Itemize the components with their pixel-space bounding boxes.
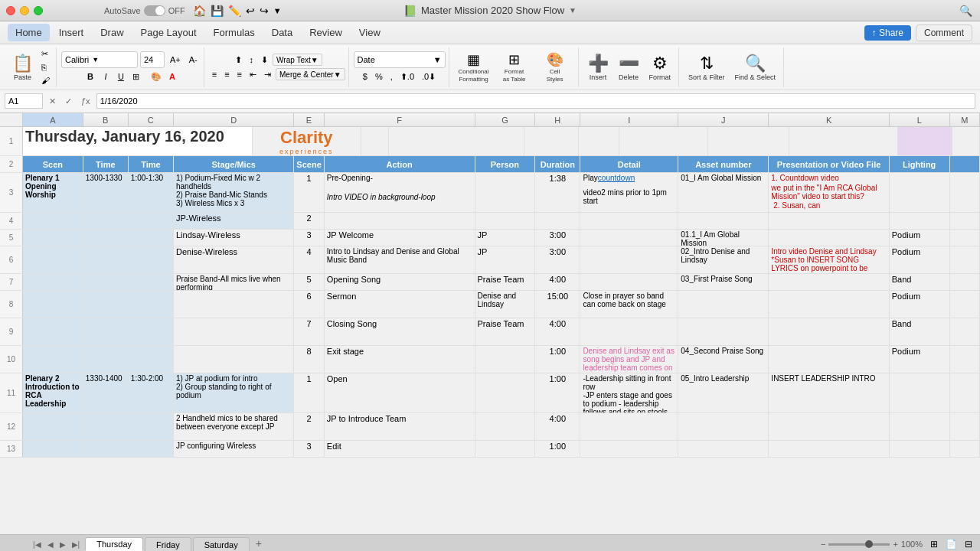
add-sheet-button[interactable]: +	[251, 537, 266, 551]
asset-cell[interactable]: 02_Intro Denise and Lindsay	[678, 246, 769, 273]
header-extra[interactable]	[950, 156, 980, 172]
scene-num-cell[interactable]: 2	[294, 213, 324, 229]
autosave-toggle[interactable]	[144, 5, 165, 16]
logo-cell[interactable]: Clarity experiences	[253, 127, 361, 155]
title-cell[interactable]: Thursday, January 16, 2020	[23, 127, 253, 155]
person-cell[interactable]: Denise and Lindsay	[475, 291, 536, 318]
prev-sheet-button[interactable]: ◀	[45, 540, 56, 549]
menu-insert[interactable]: Insert	[51, 24, 92, 41]
underline-button[interactable]: U	[114, 70, 128, 83]
edit-icon[interactable]: ✏️	[228, 5, 241, 17]
lighting-cell[interactable]	[890, 173, 950, 212]
comma-button[interactable]: ,	[387, 70, 396, 83]
plenary-1-cell[interactable]: Plenary 1 Opening Worship	[23, 173, 83, 212]
detail-cell[interactable]: -Leadership sitting in front row -JP ent…	[580, 373, 678, 412]
col-header-c[interactable]: C	[129, 113, 174, 126]
find-select-button[interactable]: 🔍 Find & Select	[730, 52, 781, 83]
zoom-slider[interactable]	[828, 543, 890, 546]
currency-button[interactable]: $	[360, 70, 371, 83]
duration-cell[interactable]: 3:00	[535, 230, 580, 246]
col-header-g[interactable]: G	[475, 113, 536, 126]
align-right-button[interactable]: ≡	[234, 68, 245, 80]
header-stage-mics[interactable]: Stage/Mics	[174, 156, 294, 172]
duration-cell[interactable]: 1:00	[535, 346, 580, 373]
col-header-k[interactable]: K	[769, 113, 889, 126]
header-presentation[interactable]: Presentation or Video File	[769, 156, 889, 172]
detail-cell[interactable]: Close in prayer so band can come back on…	[580, 291, 678, 318]
header-action[interactable]: Action	[325, 156, 475, 172]
detail-cell[interactable]: Denise and Lindsay exit as song begins a…	[580, 346, 678, 373]
formula-input[interactable]: 1/16/2020	[96, 93, 975, 109]
asset-cell[interactable]: 05_Intro Leadership	[678, 373, 769, 412]
home-icon[interactable]: 🏠	[193, 5, 206, 17]
align-middle-button[interactable]: ↕	[247, 54, 257, 66]
number-format-dropdown[interactable]: Date ▼	[354, 51, 446, 68]
person-cell[interactable]: Praise Team	[475, 318, 536, 345]
scene-num-cell[interactable]: 6	[294, 291, 324, 318]
header-duration[interactable]: Duration	[535, 156, 580, 172]
cut-button[interactable]: ✂	[38, 48, 53, 60]
asset-cell[interactable]: 03_First Praise Song	[678, 274, 769, 290]
align-center-button[interactable]: ≡	[221, 68, 232, 80]
sort-filter-button[interactable]: ⇅ Sort & Filter	[684, 52, 730, 83]
duration-cell[interactable]: 1:00	[535, 373, 580, 412]
header-time1[interactable]: Time	[83, 156, 129, 172]
action-cell[interactable]: Open	[325, 373, 475, 412]
lighting-cell[interactable]: Band	[890, 318, 950, 345]
align-bottom-button[interactable]: ⬇	[258, 54, 271, 66]
duration-cell[interactable]: 4:00	[535, 413, 580, 440]
font-name-dropdown[interactable]: Calibri ▼	[61, 51, 138, 68]
zoom-out-icon[interactable]: −	[821, 540, 825, 549]
lighting-cell[interactable]: Podium	[890, 346, 950, 373]
fill-color-button[interactable]: 🎨	[148, 70, 165, 83]
asset-cell[interactable]: 01_I Am Global Mission	[678, 173, 769, 212]
dec-inc-button[interactable]: ⬆.0	[397, 70, 417, 83]
duration-cell[interactable]: 1:38	[535, 173, 580, 212]
scene-num-cell[interactable]: 5	[294, 274, 324, 290]
person-cell[interactable]: JP	[475, 230, 536, 246]
presentation-cell[interactable]: Intro video Denise and Lindsay*Susan to …	[769, 246, 889, 273]
stage-mics-cell[interactable]: Lindsay-Wireless	[174, 230, 294, 246]
scene-num-cell[interactable]: 8	[294, 346, 324, 373]
col-header-l[interactable]: L	[890, 113, 950, 126]
borders-button[interactable]: ⊞	[129, 70, 146, 83]
stage-mics-cell[interactable]: Denise-Wireless	[174, 246, 294, 273]
conditional-formatting-button[interactable]: ▦ Conditional Formatting	[454, 50, 494, 84]
indent-dec-button[interactable]: ⇤	[247, 68, 260, 80]
scene-num-cell[interactable]: 3	[294, 230, 324, 246]
percent-button[interactable]: %	[372, 70, 386, 83]
menu-draw[interactable]: Draw	[93, 24, 131, 41]
person-cell[interactable]: Praise Team	[475, 274, 536, 290]
close-button[interactable]	[6, 6, 15, 15]
menu-view[interactable]: View	[351, 24, 388, 41]
col-header-m[interactable]: M	[950, 113, 980, 126]
time1-cell[interactable]: 1300-1330	[83, 173, 129, 212]
last-sheet-button[interactable]: ▶|	[70, 540, 83, 549]
page-break-view-icon[interactable]: ⊟	[965, 539, 972, 549]
action-cell[interactable]: Opening Song	[325, 274, 475, 290]
paste-button[interactable]: 📋 Paste	[8, 52, 38, 83]
normal-view-icon[interactable]: ⊞	[930, 539, 938, 549]
time1-cell[interactable]: 1330-1400	[83, 373, 129, 412]
scene-num-cell[interactable]: 7	[294, 318, 324, 345]
cell-styles-button[interactable]: 🎨 Cell Styles	[535, 50, 575, 84]
person-cell[interactable]	[475, 173, 536, 212]
asset-cell[interactable]: 04_Second Praise Song	[678, 346, 769, 373]
menu-page-layout[interactable]: Page Layout	[133, 24, 204, 41]
zoom-in-icon[interactable]: +	[893, 540, 897, 549]
col-header-b[interactable]: B	[83, 113, 129, 126]
scene-num-cell[interactable]: 1	[294, 373, 324, 412]
duration-cell[interactable]: 4:00	[535, 318, 580, 345]
action-cell[interactable]: Edit	[325, 441, 475, 457]
font-size-input[interactable]: 24	[140, 51, 165, 68]
action-cell[interactable]: Pre-Opening-Intro VIDEO in background-lo…	[325, 173, 475, 212]
redo-icon[interactable]: ↪	[260, 5, 269, 17]
comment-button[interactable]: Comment	[916, 24, 972, 41]
action-cell[interactable]: Intro to Lindsay and Denise and Global M…	[325, 246, 475, 273]
time2-cell[interactable]: 1:30-2:00	[129, 373, 174, 412]
stage-mics-cell[interactable]: 1) JP at podium for intro 2) Group stand…	[174, 373, 294, 412]
header-person[interactable]: Person	[475, 156, 536, 172]
header-asset[interactable]: Asset number	[678, 156, 769, 172]
share-button[interactable]: ↑ Share	[864, 25, 911, 41]
stage-mics-cell[interactable]: 1) Podium-Fixed Mic w 2 handhelds 2) Pra…	[174, 173, 294, 212]
